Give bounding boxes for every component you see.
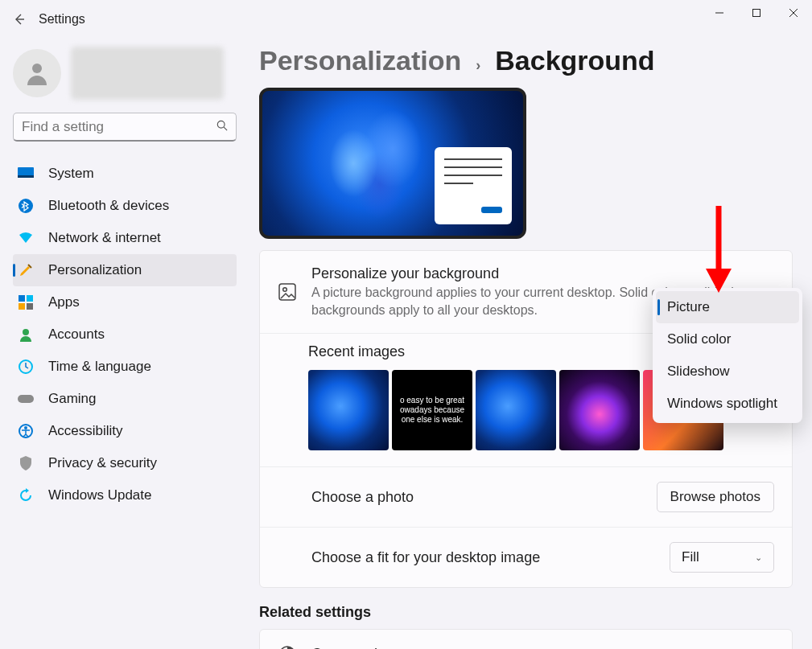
svg-line-6 (224, 127, 227, 130)
contrast-themes-row[interactable]: Contrast themes (260, 630, 792, 649)
sidebar-item-network[interactable]: Network & internet (13, 222, 237, 254)
choose-photo-row: Choose a photo Browse photos (260, 467, 792, 528)
minimize-icon (715, 9, 723, 17)
bluetooth-icon (16, 196, 35, 216)
search-input[interactable] (22, 119, 216, 135)
maximize-icon (752, 9, 760, 17)
sidebar-item-label: Personalization (48, 262, 142, 278)
update-icon (16, 486, 35, 505)
dropdown-option-slideshow[interactable]: Slideshow (656, 355, 799, 388)
breadcrumb: Personalization › Background (259, 45, 793, 76)
svg-point-5 (217, 121, 225, 128)
background-type-dropdown[interactable]: Picture Solid color Slideshow Windows sp… (653, 288, 802, 423)
sidebar-item-privacy[interactable]: Privacy & security (13, 447, 237, 479)
clock-icon (16, 357, 35, 376)
sidebar-item-label: Windows Update (48, 487, 152, 503)
nav-list: System Bluetooth & devices Network & int… (13, 158, 241, 511)
back-button[interactable] (0, 0, 39, 39)
fit-select[interactable]: Fill ⌄ (670, 542, 774, 573)
contrast-themes-title: Contrast themes (311, 646, 774, 649)
sidebar-item-label: Accessibility (48, 423, 123, 439)
maximize-button[interactable] (738, 0, 775, 26)
page-title: Background (495, 45, 654, 76)
sidebar-item-label: Gaming (48, 391, 97, 407)
svg-point-20 (283, 288, 287, 292)
sidebar-item-accessibility[interactable]: Accessibility (13, 415, 237, 447)
person-small-icon (16, 325, 35, 344)
choose-photo-label: Choose a photo (311, 489, 642, 506)
monitor-icon (16, 164, 35, 183)
svg-rect-16 (18, 395, 34, 403)
sidebar-item-time[interactable]: Time & language (13, 351, 237, 383)
search-icon (216, 120, 228, 133)
dropdown-option-solid-color[interactable]: Solid color (656, 323, 799, 355)
dropdown-option-spotlight[interactable]: Windows spotlight (656, 388, 799, 420)
user-name-redacted (71, 47, 224, 100)
close-icon (789, 9, 798, 17)
back-arrow-icon (13, 13, 26, 26)
recent-thumb-1[interactable] (308, 370, 389, 450)
breadcrumb-parent[interactable]: Personalization (259, 45, 461, 76)
avatar (13, 49, 61, 97)
picture-icon (278, 282, 297, 302)
svg-rect-8 (18, 175, 34, 178)
sidebar-item-update[interactable]: Windows Update (13, 479, 237, 511)
sidebar-item-label: Time & language (48, 359, 151, 375)
close-button[interactable] (775, 0, 812, 26)
svg-point-14 (23, 329, 29, 335)
sidebar-item-label: Privacy & security (48, 455, 157, 471)
minimize-button[interactable] (701, 0, 738, 26)
related-settings-heading: Related settings (259, 604, 793, 621)
svg-rect-11 (27, 295, 33, 302)
person-icon (23, 59, 52, 88)
svg-point-4 (32, 64, 42, 73)
sidebar-item-system[interactable]: System (13, 158, 237, 190)
shield-icon (16, 454, 35, 473)
sidebar-item-bluetooth[interactable]: Bluetooth & devices (13, 190, 237, 222)
dropdown-option-picture[interactable]: Picture (656, 291, 799, 323)
paintbrush-icon (16, 261, 35, 280)
contrast-icon (278, 644, 297, 649)
chevron-down-icon: ⌄ (755, 552, 762, 563)
recent-thumb-3[interactable] (476, 370, 556, 450)
annotation-arrow (703, 206, 735, 294)
preview-window-card (435, 147, 512, 224)
svg-rect-10 (19, 295, 25, 302)
window-title: Settings (39, 12, 85, 27)
accessibility-icon (16, 421, 35, 441)
recent-thumb-2[interactable]: o easy to be great owadays because one e… (392, 370, 472, 450)
sidebar-item-apps[interactable]: Apps (13, 286, 237, 318)
recent-thumb-4[interactable] (559, 370, 640, 450)
svg-rect-12 (19, 303, 25, 310)
sidebar-item-personalization[interactable]: Personalization (13, 254, 237, 286)
sidebar-item-gaming[interactable]: Gaming (13, 383, 237, 415)
svg-rect-1 (753, 10, 760, 17)
svg-rect-13 (27, 303, 33, 310)
sidebar: System Bluetooth & devices Network & int… (0, 45, 241, 511)
user-profile[interactable] (13, 45, 241, 113)
sidebar-item-label: Accounts (48, 327, 105, 343)
apps-icon (16, 293, 35, 312)
browse-photos-button[interactable]: Browse photos (657, 482, 774, 512)
fit-select-value: Fill (682, 549, 699, 565)
choose-fit-label: Choose a fit for your desktop image (311, 549, 655, 566)
sidebar-item-label: System (48, 166, 94, 182)
related-settings-card: Contrast themes (259, 629, 793, 649)
desktop-preview (259, 88, 526, 239)
breadcrumb-sep: › (476, 57, 480, 74)
svg-point-18 (24, 426, 27, 429)
svg-marker-23 (706, 269, 732, 293)
sidebar-item-label: Network & internet (48, 230, 161, 246)
search-box[interactable] (13, 113, 237, 142)
sidebar-item-label: Apps (48, 294, 80, 310)
choose-fit-row: Choose a fit for your desktop image Fill… (260, 528, 792, 587)
window-controls (701, 0, 812, 26)
titlebar: Settings (0, 0, 812, 39)
gamepad-icon (16, 389, 35, 409)
wifi-icon (16, 228, 35, 248)
sidebar-item-label: Bluetooth & devices (48, 198, 169, 214)
sidebar-item-accounts[interactable]: Accounts (13, 318, 237, 351)
